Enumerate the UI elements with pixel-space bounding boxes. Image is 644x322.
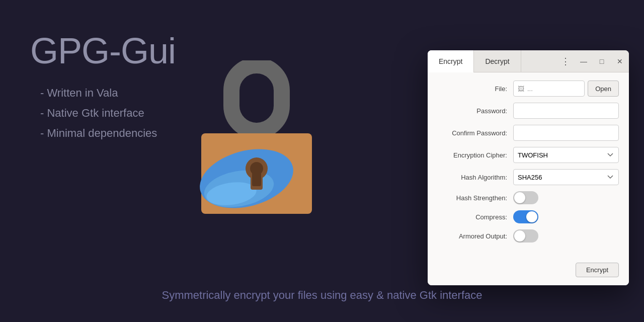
encryption-cipher-select[interactable]: TWOFISH AES256 AES192 AES128 3DES BLOWFI… [513,147,619,163]
hash-strengthen-row: Hash Strengthen: [438,191,619,204]
lock-illustration [191,60,322,221]
bottom-description: Symmetrically encrypt your files using e… [0,289,644,302]
file-label: File: [438,85,513,93]
svg-rect-8 [252,172,261,186]
armored-output-knob [514,230,525,242]
lock-svg [191,60,322,221]
hash-algorithm-select[interactable]: SHA256 SHA512 SHA1 MD5 [513,169,619,185]
file-display: 🖼 ... [513,80,585,97]
tab-encrypt[interactable]: Encrypt [428,50,474,72]
compress-label: Compress: [438,213,513,221]
confirm-password-row: Confirm Password: [438,125,619,141]
window-minimize-button[interactable]: — [575,50,593,72]
confirm-password-input[interactable] [513,125,619,141]
armored-output-toggle[interactable] [513,229,538,243]
window-menu-button[interactable]: ⋮ [556,50,575,72]
open-file-button[interactable]: Open [588,80,619,97]
hash-strengthen-knob [514,192,525,203]
password-label: Password: [438,107,513,115]
window-maximize-button[interactable]: □ [593,50,611,72]
form-area: File: 🖼 ... Open Password: Confirm Passw… [428,72,629,259]
hash-strengthen-label: Hash Strengthen: [438,194,513,202]
window-close-button[interactable]: ✕ [611,50,629,72]
file-row: File: 🖼 ... Open [438,80,619,97]
hash-algorithm-label: Hash Algorithm: [438,174,513,181]
svg-rect-0 [231,65,282,131]
file-input-group: 🖼 ... Open [513,80,619,97]
compress-knob [526,211,537,222]
file-value: ... [527,85,533,93]
encryption-cipher-label: Encryption Cipher: [438,151,513,159]
password-input[interactable] [513,103,619,119]
password-row: Password: [438,103,619,119]
encrypt-button[interactable]: Encrypt [576,263,619,277]
app-window: Encrypt Decrypt ⋮ — □ ✕ File: 🖼 ... Open… [428,50,629,285]
compress-toggle[interactable] [513,210,538,223]
tab-decrypt[interactable]: Decrypt [474,50,521,72]
armored-output-row: Armored Output: [438,229,619,243]
encryption-cipher-row: Encryption Cipher: TWOFISH AES256 AES192… [438,147,619,163]
armored-output-label: Armored Output: [438,232,513,240]
title-bar: Encrypt Decrypt ⋮ — □ ✕ [428,50,629,72]
hash-algorithm-row: Hash Algorithm: SHA256 SHA512 SHA1 MD5 [438,169,619,185]
file-icon: 🖼 [518,85,524,93]
hash-strengthen-toggle[interactable] [513,191,538,204]
button-row: Encrypt [428,259,629,285]
compress-row: Compress: [438,210,619,223]
confirm-password-label: Confirm Password: [438,129,513,137]
